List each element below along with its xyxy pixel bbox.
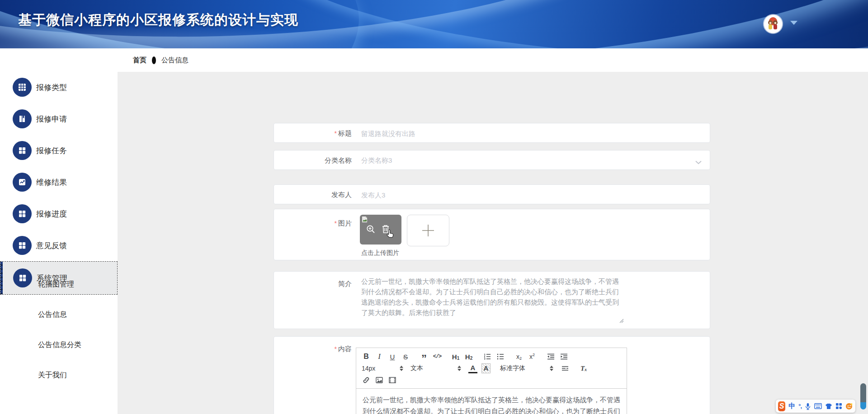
underline-button[interactable]: U xyxy=(388,352,397,362)
avatar[interactable] xyxy=(764,15,782,33)
bullet-list-icon[interactable] xyxy=(496,352,505,362)
font-family-select[interactable]: 标准字体 xyxy=(500,364,553,372)
sidebar-item-label: 报修申请 xyxy=(36,114,67,124)
emoji-icon[interactable] xyxy=(845,403,853,410)
required-mark: * xyxy=(335,130,337,137)
italic-button[interactable]: I xyxy=(375,352,384,362)
ime-punctuation-icon[interactable]: °, xyxy=(798,403,802,409)
hand-cursor xyxy=(385,228,396,241)
form-row-title: *标题 xyxy=(274,123,710,143)
code-button[interactable]: </> xyxy=(433,352,442,362)
microphone-icon[interactable] xyxy=(805,403,811,410)
sidebar-item-label: 报修任务 xyxy=(36,146,67,156)
keyboard-icon[interactable] xyxy=(814,403,822,409)
chevron-down-icon xyxy=(695,158,702,166)
form-row-category: 分类名称 分类名称3 xyxy=(274,150,710,170)
sidebar-item-repair-task[interactable]: 报修任务 xyxy=(0,135,118,166)
form-row-intro: 简介 公元前一世纪，凯撒大帝率领他的军队抵达了英格兰，他决心要赢得这场战争，不管… xyxy=(274,271,710,329)
intro-label: 简介 xyxy=(274,280,358,288)
title-input[interactable] xyxy=(361,123,696,143)
subscript-button[interactable]: x2 xyxy=(514,352,524,362)
publisher-input[interactable] xyxy=(361,185,696,205)
sidebar-subitem-carousel[interactable]: 轮播图管理 xyxy=(0,278,118,291)
content-label: *内容 xyxy=(274,345,358,353)
page-title: 基于微信小程序的小区报修系统的设计与实现 xyxy=(18,11,298,29)
image-label: *图片 xyxy=(274,219,358,228)
sidebar: 报修类型 报修申请 报修任务 维修结果 xyxy=(0,48,118,414)
sidebar-subitem-announcement[interactable]: 公告信息 xyxy=(0,308,118,321)
updown-arrows-icon xyxy=(458,366,461,371)
sidebar-item-feedback[interactable]: 意见反馈 xyxy=(0,230,118,261)
toolbox-icon[interactable] xyxy=(835,403,842,409)
outdent-icon[interactable] xyxy=(546,352,555,362)
add-image-button[interactable] xyxy=(407,215,449,246)
updown-arrows-icon xyxy=(400,366,403,371)
form-row-content: *内容 B I U S ” </> H1 xyxy=(274,336,710,414)
sidebar-subitem-about-us[interactable]: 关于我们 xyxy=(0,368,118,382)
sidebar-item-label: 维修结果 xyxy=(36,177,67,188)
bold-button[interactable]: B xyxy=(362,352,371,362)
text-style-value: 文本 xyxy=(410,364,423,372)
font-size-value: 14px xyxy=(362,365,375,372)
highlight-color-button[interactable]: A xyxy=(481,363,491,373)
title-label: *标题 xyxy=(274,123,358,143)
form-row-publisher: 发布人 xyxy=(274,184,710,204)
sidebar-item-label: 报修类型 xyxy=(36,82,67,93)
grid4-icon xyxy=(13,236,32,255)
rich-text-editor: B I U S ” </> H1 H2 xyxy=(356,348,627,414)
uploaded-image-thumbnail[interactable] xyxy=(360,215,401,245)
grid9-icon xyxy=(13,78,32,97)
ime-language-icon[interactable]: 中 xyxy=(788,402,795,410)
sidebar-item-repair-progress[interactable]: 报修进度 xyxy=(0,198,118,230)
sidebar-item-label: 报修进度 xyxy=(36,209,67,219)
publisher-label: 发布人 xyxy=(274,185,358,205)
app-header: 基于微信小程序的小区报修系统的设计与实现 xyxy=(0,0,868,48)
indent-icon[interactable] xyxy=(559,352,568,362)
avatar-image xyxy=(764,15,782,33)
font-size-select[interactable]: 14px xyxy=(362,365,403,372)
category-label: 分类名称 xyxy=(274,151,358,170)
breadcrumb-separator-icon xyxy=(152,56,156,64)
sidebar-item-repair-result[interactable]: 维修结果 xyxy=(0,166,118,198)
heading2-button[interactable]: H2 xyxy=(464,352,473,362)
blockquote-button[interactable]: ” xyxy=(420,352,429,362)
chart-icon xyxy=(13,173,32,192)
sidebar-subitem-announcement-category[interactable]: 公告信息分类 xyxy=(0,338,118,352)
intro-textarea[interactable]: 公元前一世纪，凯撒大帝率领他的军队抵达了英格兰，他决心要赢得这场战争，不管遇到什… xyxy=(361,276,624,323)
editor-toolbar: B I U S ” </> H1 H2 xyxy=(356,348,627,389)
zoom-preview-icon[interactable] xyxy=(365,224,376,236)
resize-handle-icon[interactable] xyxy=(618,317,624,325)
required-mark: * xyxy=(335,345,337,353)
breadcrumb-home[interactable]: 首页 xyxy=(133,56,146,65)
updown-arrows-icon xyxy=(550,366,553,371)
form-area: *标题 分类名称 分类名称3 发布人 xyxy=(118,72,868,414)
superscript-button[interactable]: x2 xyxy=(528,352,537,362)
skin-icon[interactable] xyxy=(825,403,832,409)
breadcrumb-current: 公告信息 xyxy=(161,56,189,65)
breadcrumb: 首页 公告信息 xyxy=(118,48,868,72)
align-icon[interactable] xyxy=(561,363,570,373)
editor-content[interactable]: 公元前一世纪，凯撒大帝率领他的军队抵达了英格兰，他决心要赢得这场战争，不管遇到什… xyxy=(356,389,627,414)
sidebar-item-repair-apply[interactable]: 报修申请 xyxy=(0,103,118,135)
text-color-button[interactable]: A xyxy=(468,363,477,373)
clear-format-button[interactable]: Tx xyxy=(579,363,588,373)
sidebar-item-repair-type[interactable]: 报修类型 xyxy=(0,71,118,103)
upload-hint: 点击上传图片 xyxy=(361,249,399,257)
chevron-down-icon[interactable] xyxy=(790,21,797,25)
heading1-button[interactable]: H1 xyxy=(451,352,460,362)
grid4-icon xyxy=(13,141,32,160)
sogou-logo-icon[interactable]: S xyxy=(778,401,785,411)
insert-video-icon[interactable] xyxy=(388,375,397,385)
scrollbar-thumb[interactable] xyxy=(860,383,866,409)
insert-image-icon[interactable] xyxy=(375,375,384,385)
text-style-select[interactable]: 文本 xyxy=(410,364,461,372)
strikethrough-button[interactable]: S xyxy=(401,352,410,362)
form-row-image: *图片 xyxy=(274,209,710,260)
ordered-list-icon[interactable] xyxy=(483,352,492,362)
book-icon xyxy=(13,109,32,128)
plus-icon xyxy=(420,223,436,238)
required-mark: * xyxy=(335,220,337,227)
font-family-value: 标准字体 xyxy=(500,364,525,372)
link-icon[interactable] xyxy=(362,375,371,385)
sidebar-item-label: 意见反馈 xyxy=(36,240,67,251)
